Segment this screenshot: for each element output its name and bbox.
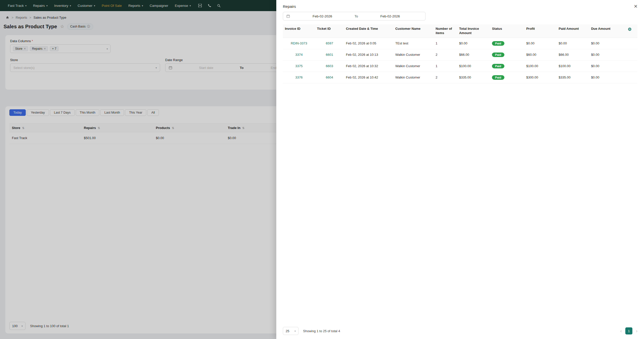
repair-table-row: RDIN-3373 6597 Feb 02, 2026 at 0:05 TEst… — [283, 38, 637, 49]
total-invoice-amount-cell: $335.00 — [457, 72, 490, 83]
column-header-ticket-id: Ticket ID — [315, 24, 344, 38]
profit-cell: $0.00 — [524, 38, 557, 49]
column-header-invoice-id: Invoice ID — [283, 24, 315, 38]
total-invoice-amount-cell: $66.00 — [457, 49, 490, 60]
chevron-down-icon: ▾ — [294, 330, 296, 332]
invoice-id-link[interactable]: RDIN-3373 — [291, 41, 307, 45]
paid-amount-cell: $66.00 — [557, 49, 589, 60]
invoice-id-link[interactable]: 3376 — [295, 75, 303, 79]
page-number-button[interactable]: 1 — [625, 327, 632, 334]
page-size-value: 25 — [286, 329, 289, 333]
drawer-footer: 25 ▾ Showing 1 to 25 of total 4 ‹ 1 › — [276, 323, 644, 339]
page-size-select[interactable]: 25 ▾ — [283, 327, 299, 335]
showing-text: Showing 1 to 25 of total 4 — [303, 329, 340, 333]
column-header-paid-amount: Paid Amount — [557, 24, 589, 38]
paid-amount-cell: $0.00 — [557, 38, 589, 49]
drawer-date-range-picker[interactable]: Feb-02-2026 To Feb-02-2026 — [283, 12, 426, 20]
repair-table-row: 3375 6603 Feb 02, 2026 at 10:32 Walkin C… — [283, 60, 637, 72]
paid-amount-cell: $100.00 — [557, 60, 589, 72]
column-settings-header: ⚙ — [626, 24, 637, 38]
status-badge: Paid — [492, 41, 504, 46]
items-count-cell: 1 — [434, 60, 457, 72]
total-invoice-amount-cell: $100.00 — [457, 60, 490, 72]
invoice-id-link[interactable]: 3375 — [295, 64, 303, 68]
repairs-table-header-row: Invoice ID Ticket ID Created Date & Time… — [283, 24, 637, 38]
to-date-value[interactable]: Feb-02-2026 — [358, 14, 422, 18]
repairs-table: Invoice ID Ticket ID Created Date & Time… — [283, 24, 637, 83]
paid-amount-cell: $335.00 — [557, 72, 589, 83]
profit-cell: $100.00 — [524, 60, 557, 72]
repairs-table-wrap: Invoice ID Ticket ID Created Date & Time… — [283, 24, 637, 83]
due-amount-cell: $0.00 — [589, 72, 626, 83]
created-date-cell: Feb 02, 2026 at 10:13 — [344, 49, 393, 60]
drawer-header: Repairs × — [276, 0, 644, 11]
drawer-title: Repairs — [283, 4, 296, 9]
customer-name-cell: TEst test — [393, 38, 433, 49]
items-count-cell: 1 — [434, 38, 457, 49]
created-date-cell: Feb 02, 2026 at 0:05 — [344, 38, 393, 49]
column-header-created-date: Created Date & Time — [344, 24, 393, 38]
row-actions-cell — [626, 60, 637, 72]
repairs-drawer: Repairs × Feb-02-2026 To Feb-02-2026 Inv… — [276, 0, 644, 339]
column-header-profit: Profit — [524, 24, 557, 38]
column-header-total-invoice-amount: Total Invoice Amount — [457, 24, 490, 38]
row-actions-cell — [626, 72, 637, 83]
status-badge: Paid — [492, 64, 504, 68]
gear-icon[interactable]: ⚙ — [628, 27, 632, 32]
from-date-value[interactable]: Feb-02-2026 — [290, 14, 355, 18]
customer-name-cell: Walkin Customer — [393, 60, 433, 72]
column-header-status: Status — [490, 24, 524, 38]
row-actions-cell — [626, 38, 637, 49]
calendar-icon — [286, 14, 290, 18]
date-to-label: To — [355, 14, 358, 18]
row-actions-cell — [626, 49, 637, 60]
column-header-customer-name: Customer Name — [393, 24, 433, 38]
status-badge: Paid — [492, 53, 504, 57]
invoice-id-link[interactable]: 3374 — [295, 53, 303, 57]
ticket-id-link[interactable]: 6601 — [326, 53, 333, 57]
column-header-number-of-items: Number of items — [434, 24, 457, 38]
repair-table-row: 3376 6604 Feb 02, 2026 at 10:42 Walkin C… — [283, 72, 637, 83]
profit-cell: $300.00 — [524, 72, 557, 83]
previous-page-icon[interactable]: ‹ — [620, 328, 622, 334]
ticket-id-link[interactable]: 6604 — [326, 75, 333, 79]
created-date-cell: Feb 02, 2026 at 10:32 — [344, 60, 393, 72]
due-amount-cell: $0.00 — [589, 49, 626, 60]
next-page-icon[interactable]: › — [636, 328, 637, 334]
due-amount-cell: $0.00 — [589, 60, 626, 72]
created-date-cell: Feb 02, 2026 at 10:42 — [344, 72, 393, 83]
status-badge: Paid — [492, 75, 504, 80]
column-header-due-amount: Due Amount — [589, 24, 626, 38]
items-count-cell: 2 — [434, 72, 457, 83]
due-amount-cell: $0.00 — [589, 38, 626, 49]
profit-cell: $60.00 — [524, 49, 557, 60]
customer-name-cell: Walkin Customer — [393, 49, 433, 60]
close-icon[interactable]: × — [634, 3, 637, 9]
items-count-cell: 2 — [434, 49, 457, 60]
pagination: ‹ 1 › — [620, 327, 637, 334]
ticket-id-link[interactable]: 6597 — [326, 41, 333, 45]
ticket-id-link[interactable]: 6603 — [326, 64, 333, 68]
repair-table-row: 3374 6601 Feb 02, 2026 at 10:13 Walkin C… — [283, 49, 637, 60]
total-invoice-amount-cell: $0.00 — [457, 38, 490, 49]
customer-name-cell: Walkin Customer — [393, 72, 433, 83]
screen: Fast Track ▾ Repairs ▾ Inventory ▾ Custo… — [0, 0, 644, 339]
